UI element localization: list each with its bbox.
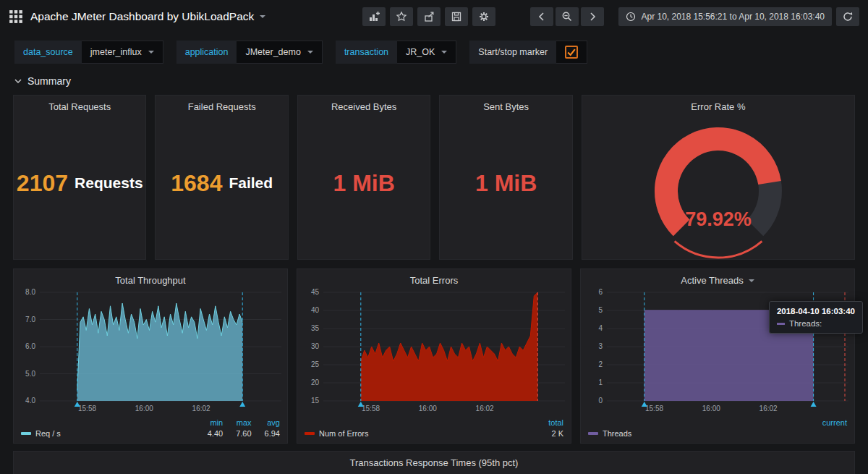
caret-down-icon [307,51,313,54]
dashboard-title: Apache JMeter Dashboard by UbikLoadPack [30,10,254,23]
tooltip-time: 2018-04-10 16:03:40 [777,307,855,316]
marker-checkbox[interactable] [565,46,578,59]
time-shift-forward-button[interactable] [581,7,604,26]
stat-value: 1 MiB [298,114,430,259]
section-title: Summary [27,75,71,87]
svg-text:6: 6 [598,288,603,296]
panel-failed-requests: Failed Requests1684Failed [155,95,288,260]
zoom-out-time-button[interactable] [556,7,579,26]
share-dashboard-button[interactable] [417,7,441,26]
stat-suffix: Failed [229,174,273,192]
panel-title[interactable]: Transactions Response Times (95th pct) [14,452,854,470]
panel-title[interactable]: Total Errors [297,269,571,288]
save-icon [451,11,462,22]
panel-total-throughput: Total Throughput4.05.06.07.08.015:5816:0… [13,268,288,444]
panel-title[interactable]: Active Threads [581,269,854,288]
legend: Req / smin4.40max7.60avg6.94 [14,415,287,443]
apps-grid-icon [9,9,23,24]
add-panel-icon [368,11,380,22]
panel-sent-bytes: Sent Bytes1 MiB [439,95,572,260]
svg-text:7.0: 7.0 [25,316,35,323]
star-icon [396,11,407,22]
panel-title[interactable]: Failed Requests [156,96,287,114]
svg-text:16:02: 16:02 [760,405,778,412]
svg-text:16:02: 16:02 [192,405,210,412]
panel-received-bytes: Received Bytes1 MiB [297,95,430,260]
filter-value-dropdown[interactable]: JMeter_demo [237,41,322,64]
legend-stat-avg: avg6.94 [265,418,280,438]
legend-stats: current [809,418,847,438]
svg-text:5: 5 [598,306,603,314]
time-shift-controls [530,7,604,26]
chevron-right-icon [587,11,598,22]
series-swatch-icon [305,432,315,435]
series-swatch-icon [21,432,31,435]
time-range-picker[interactable]: Apr 10, 2018 15:56:21 to Apr 10, 2018 16… [618,7,832,26]
svg-text:16:00: 16:00 [702,405,720,412]
time-shift-back-button[interactable] [530,7,553,26]
legend-stat-min: min4.40 [208,418,223,438]
check-icon [566,47,576,57]
filter-value-dropdown[interactable]: JR_OK [397,41,456,64]
start-stop-marker-toggle: Start/stop marker [469,41,587,64]
refresh-button[interactable] [836,7,859,26]
legend-series-req-s[interactable]: Req / s [21,429,61,438]
navbar-actions: Apr 10, 2018 15:56:21 to Apr 10, 2018 16… [362,7,859,26]
total-errors-chart[interactable]: 1520253035404515:5816:0016:02 [297,288,571,415]
panel-title[interactable]: Total Throughput [14,269,287,288]
legend-stat-total: total2 K [548,418,563,438]
stat-suffix: Requests [75,174,143,192]
panel-title[interactable]: Received Bytes [298,96,430,114]
svg-text:45: 45 [311,288,320,296]
filter-label: transaction [336,41,397,64]
panel-title[interactable]: Error Rate % [582,96,854,114]
tooltip-series-swatch-icon [777,323,785,325]
share-icon [423,11,435,22]
filter-transaction: transactionJR_OK [336,41,456,64]
svg-text:16:00: 16:00 [135,405,153,412]
svg-text:5.0: 5.0 [25,370,35,378]
stat-value: 2107Requests [14,114,145,259]
settings-button[interactable] [472,7,495,26]
svg-text:20: 20 [311,378,320,386]
panel-total-errors: Total Errors1520253035404515:5816:0016:0… [297,268,571,444]
filter-data-source: data_sourcejmeter_influx [14,41,163,64]
tooltip-series-label: Threads: [789,319,822,328]
svg-text:30: 30 [311,342,320,350]
svg-text:25: 25 [311,360,320,368]
legend-stats: min4.40max7.60avg6.94 [195,418,280,438]
add-panel-button[interactable] [362,7,386,26]
filter-label: data_source [14,41,82,64]
svg-text:3: 3 [598,342,603,350]
stat-value: 1684Failed [156,114,287,259]
svg-text:0: 0 [598,397,603,405]
panel-total-requests: Total Requests2107Requests [13,95,146,260]
marker-checkbox-chip [556,41,587,64]
caret-down-icon [749,279,754,282]
legend-series-threads[interactable]: Threads [588,429,631,438]
panel-error-rate: Error Rate % 79.92% [582,95,855,260]
caret-down-icon [441,51,447,54]
panel-title[interactable]: Total Requests [14,96,145,114]
summary-panels-row: Total Requests2107RequestsFailed Request… [0,95,868,260]
save-dashboard-button[interactable] [445,7,468,26]
dashboard-title-dropdown[interactable]: Apache JMeter Dashboard by UbikLoadPack [30,10,265,23]
legend-stats: total2 K [535,418,563,438]
legend-stat-current: current [822,418,847,438]
navbar: Apache JMeter Dashboard by UbikLoadPack [0,0,868,33]
chevron-left-icon [536,11,548,22]
grafana-dashboard: Apache JMeter Dashboard by UbikLoadPack [0,0,868,474]
panel-active-threads: Active Threads012345615:5816:0016:02Thre… [580,268,855,444]
legend-series-num-of-errors[interactable]: Num of Errors [305,429,368,438]
total-throughput-chart[interactable]: 4.05.06.07.08.015:5816:0016:02 [14,288,287,415]
svg-text:40: 40 [311,306,320,314]
row-toggle-summary[interactable]: Summary [0,64,868,95]
panel-title[interactable]: Sent Bytes [440,96,571,114]
filter-value-dropdown[interactable]: jmeter_influx [82,41,163,64]
series-swatch-icon [588,432,598,435]
svg-text:6.0: 6.0 [25,342,35,350]
apps-menu-button[interactable] [9,9,23,24]
star-dashboard-button[interactable] [390,7,413,26]
panel-transactions-response-times: Transactions Response Times (95th pct) [13,451,855,474]
svg-text:2: 2 [598,360,603,368]
